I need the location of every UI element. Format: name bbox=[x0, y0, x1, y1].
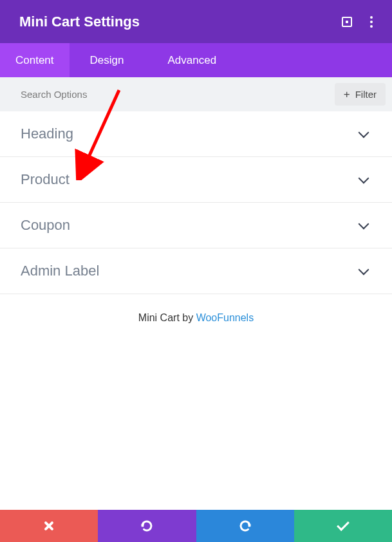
filter-button-label: Filter bbox=[355, 89, 377, 100]
section-admin-label-label: Admin Label bbox=[21, 263, 99, 279]
chevron-down-icon bbox=[359, 127, 369, 138]
section-product[interactable]: Product bbox=[0, 157, 392, 203]
woofunnels-link[interactable]: WooFunnels bbox=[196, 312, 254, 323]
section-admin-label[interactable]: Admin Label bbox=[0, 248, 392, 294]
section-coupon-label: Coupon bbox=[21, 217, 70, 234]
tab-content[interactable]: Content bbox=[0, 43, 70, 77]
expand-icon[interactable] bbox=[342, 17, 352, 27]
chevron-down-icon bbox=[359, 264, 369, 275]
redo-button[interactable] bbox=[196, 510, 294, 542]
section-heading-label: Heading bbox=[21, 126, 73, 142]
chevron-down-icon bbox=[359, 173, 369, 183]
search-input[interactable] bbox=[21, 89, 214, 100]
close-button[interactable] bbox=[0, 510, 98, 542]
more-menu-icon[interactable] bbox=[370, 16, 373, 28]
undo-icon bbox=[140, 519, 153, 532]
page-title: Mini Cart Settings bbox=[19, 14, 140, 30]
search-bar: + Filter bbox=[0, 77, 392, 111]
bottom-bar bbox=[0, 510, 392, 542]
header-actions bbox=[342, 16, 373, 28]
section-coupon[interactable]: Coupon bbox=[0, 203, 392, 248]
close-icon bbox=[44, 521, 54, 531]
footer-prefix: Mini Cart by bbox=[138, 312, 196, 323]
redo-icon bbox=[239, 519, 252, 532]
filter-button[interactable]: + Filter bbox=[335, 83, 386, 106]
save-button[interactable] bbox=[294, 510, 392, 542]
section-heading[interactable]: Heading bbox=[0, 111, 392, 157]
tab-design[interactable]: Design bbox=[70, 43, 145, 77]
header: Mini Cart Settings bbox=[0, 0, 392, 43]
tabs: Content Design Advanced bbox=[0, 43, 392, 77]
check-icon bbox=[337, 518, 350, 531]
section-product-label: Product bbox=[21, 171, 70, 188]
chevron-down-icon bbox=[359, 218, 369, 229]
plus-icon: + bbox=[344, 89, 350, 100]
footer-credit: Mini Cart by WooFunnels bbox=[0, 294, 392, 342]
undo-button[interactable] bbox=[98, 510, 196, 542]
tab-advanced[interactable]: Advanced bbox=[144, 43, 239, 77]
